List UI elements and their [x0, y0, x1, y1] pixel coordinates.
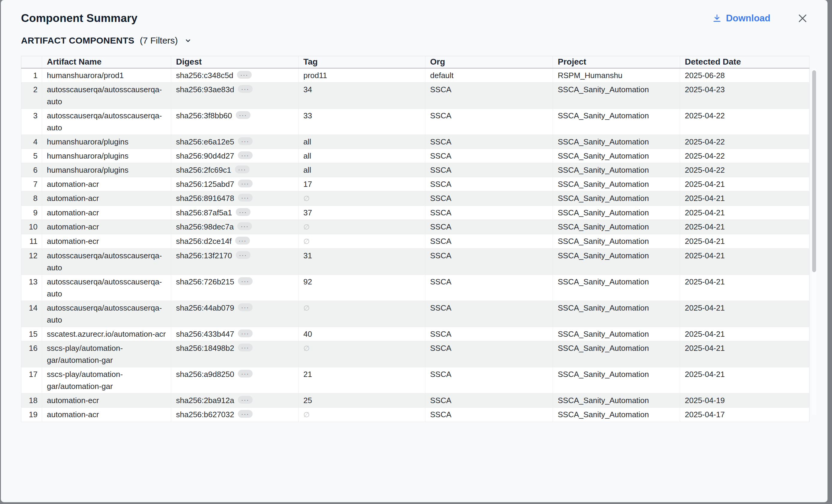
cell-artifact-name: sscs-play/automation-gar/automation-gar [42, 367, 171, 393]
cell-tag: prod11 [298, 68, 425, 83]
table-row[interactable]: 6 humanshuarora/plugins sha256:2fc69c1··… [21, 163, 809, 177]
table-row[interactable]: 16 sscs-play/automation-gar/automation-g… [21, 341, 809, 367]
digest-ellipsis-badge[interactable]: ··· [238, 277, 253, 285]
vertical-scrollbar[interactable] [812, 69, 816, 415]
cell-tag: all [298, 149, 425, 163]
digest-ellipsis-badge[interactable]: ··· [238, 303, 253, 311]
cell-project: SSCA_Sanity_Automation [553, 393, 680, 407]
digest-text: sha256:98dec7a [176, 222, 234, 231]
cell-digest: sha256:e6a12e5··· [171, 135, 298, 149]
cell-tag: ∅ [298, 234, 425, 248]
digest-ellipsis-badge[interactable]: ··· [238, 151, 253, 159]
cell-digest: sha256:2ba912a··· [171, 393, 298, 407]
table-row[interactable]: 1 humanshuarora/prod1 sha256:c348c5d··· … [21, 68, 809, 83]
table-row[interactable]: 3 autosscauserqa/autosscauserqa-auto sha… [21, 108, 809, 135]
cell-digest: sha256:90d4d27··· [171, 149, 298, 163]
cell-org: SSCA [425, 135, 553, 149]
table-row[interactable]: 5 humanshuarora/plugins sha256:90d4d27··… [21, 149, 809, 163]
table-row[interactable]: 19 automation-acr sha256:b627032··· ∅ SS… [21, 407, 809, 422]
digest-ellipsis-badge[interactable]: ··· [236, 208, 251, 216]
cell-artifact-name: autosscauserqa/autosscauserqa-auto [42, 248, 171, 274]
cell-detected-date: 2025-04-23 [680, 82, 809, 108]
table-row[interactable]: 18 automation-ecr sha256:2ba912a··· 25 S… [21, 393, 809, 407]
cell-detected-date: 2025-04-21 [680, 274, 809, 301]
cell-project: SSCA_Sanity_Automation [553, 177, 680, 191]
section-title: ARTIFACT COMPONENTS [21, 35, 134, 46]
digest-ellipsis-badge[interactable]: ··· [236, 251, 251, 259]
digest-text: sha256:2fc69c1 [176, 165, 231, 175]
empty-tag-icon: ∅ [303, 410, 310, 419]
row-number: 6 [21, 163, 42, 177]
digest-ellipsis-badge[interactable]: ··· [238, 180, 253, 187]
cell-digest: sha256:8916478··· [171, 191, 298, 206]
row-number: 8 [21, 191, 42, 206]
digest-ellipsis-badge[interactable]: ··· [238, 410, 253, 418]
cell-org: SSCA [425, 191, 553, 206]
cell-project: SSCA_Sanity_Automation [553, 327, 680, 341]
digest-ellipsis-badge[interactable]: ··· [238, 370, 253, 377]
cell-digest: sha256:3f8bb60··· [171, 108, 298, 135]
table-row[interactable]: 13 autosscauserqa/autosscauserqa-auto sh… [21, 274, 809, 301]
digest-text: sha256:d2ce14f [176, 237, 232, 246]
cell-project: SSCA_Sanity_Automation [553, 135, 680, 149]
table-row[interactable]: 4 humanshuarora/plugins sha256:e6a12e5··… [21, 135, 809, 149]
close-button[interactable] [797, 12, 808, 24]
cell-detected-date: 2025-04-21 [680, 191, 809, 206]
table-row[interactable]: 12 autosscauserqa/autosscauserqa-auto sh… [21, 248, 809, 274]
table-row[interactable]: 15 sscatest.azurecr.io/automation-acr sh… [21, 327, 809, 341]
digest-text: sha256:a9d8250 [176, 370, 234, 379]
cell-artifact-name: automation-acr [42, 191, 171, 206]
cell-digest: sha256:13f2170··· [171, 248, 298, 274]
digest-ellipsis-badge[interactable]: ··· [238, 85, 253, 93]
table-row[interactable]: 2 autosscauserqa/autosscauserqa-auto sha… [21, 82, 809, 108]
digest-ellipsis-badge[interactable]: ··· [238, 137, 253, 145]
digest-ellipsis-badge[interactable]: ··· [238, 194, 253, 202]
digest-ellipsis-badge[interactable]: ··· [235, 237, 250, 244]
table-row[interactable]: 11 automation-ecr sha256:d2ce14f··· ∅ SS… [21, 234, 809, 248]
table-header-row: Artifact Name Digest Tag Org Project Det… [21, 56, 809, 68]
empty-tag-icon: ∅ [303, 304, 310, 312]
cell-detected-date: 2025-04-21 [680, 206, 809, 219]
digest-text: sha256:44ab079 [176, 303, 234, 312]
digest-ellipsis-badge[interactable]: ··· [235, 165, 250, 173]
table-row[interactable]: 8 automation-acr sha256:8916478··· ∅ SSC… [21, 191, 809, 206]
row-number: 2 [21, 82, 42, 108]
table-row[interactable]: 7 automation-acr sha256:125abd7··· 17 SS… [21, 177, 809, 191]
digest-ellipsis-badge[interactable]: ··· [238, 329, 253, 337]
digest-ellipsis-badge[interactable]: ··· [238, 344, 253, 351]
column-header-org[interactable]: Org [425, 56, 553, 68]
column-header-artifact-name[interactable]: Artifact Name [42, 56, 171, 68]
digest-ellipsis-badge[interactable]: ··· [236, 111, 251, 119]
table-row[interactable]: 14 autosscauserqa/autosscauserqa-auto sh… [21, 301, 809, 327]
table-row[interactable]: 9 automation-acr sha256:87af5a1··· 37 SS… [21, 206, 809, 219]
cell-detected-date: 2025-04-19 [680, 393, 809, 407]
row-number: 13 [21, 274, 42, 301]
row-number: 9 [21, 206, 42, 219]
chevron-down-icon[interactable] [184, 36, 192, 45]
digest-text: sha256:93ae83d [176, 85, 234, 94]
cell-detected-date: 2025-04-21 [680, 327, 809, 341]
digest-ellipsis-badge[interactable]: ··· [238, 396, 253, 404]
cell-org: SSCA [425, 248, 553, 274]
column-header-detected-date[interactable]: Detected Date [680, 56, 809, 68]
scrollbar-thumb[interactable] [812, 70, 816, 272]
digest-text: sha256:e6a12e5 [176, 137, 234, 146]
cell-tag: 37 [298, 206, 425, 219]
download-icon [712, 13, 722, 23]
cell-tag: 31 [298, 248, 425, 274]
cell-detected-date: 2025-04-17 [680, 407, 809, 422]
column-header-digest[interactable]: Digest [171, 56, 298, 68]
cell-org: SSCA [425, 327, 553, 341]
download-button[interactable]: Download [712, 13, 771, 24]
table-row[interactable]: 17 sscs-play/automation-gar/automation-g… [21, 367, 809, 393]
row-number: 10 [21, 219, 42, 234]
column-header-tag[interactable]: Tag [298, 56, 425, 68]
table-row[interactable]: 10 automation-acr sha256:98dec7a··· ∅ SS… [21, 219, 809, 234]
digest-ellipsis-badge[interactable]: ··· [237, 222, 252, 230]
column-header-project[interactable]: Project [553, 56, 680, 68]
digest-ellipsis-badge[interactable]: ··· [237, 71, 252, 79]
artifact-components-section-header[interactable]: ARTIFACT COMPONENTS (7 Filters) [1, 35, 828, 46]
download-label: Download [726, 13, 771, 24]
cell-project: SSCA_Sanity_Automation [553, 407, 680, 422]
cell-artifact-name: humanshuarora/plugins [42, 135, 171, 149]
